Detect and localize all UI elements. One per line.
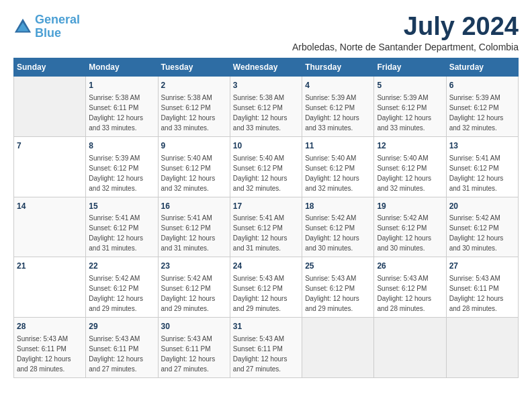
day-number: 14 (17, 201, 83, 212)
table-cell: 20Sunrise: 5:42 AM Sunset: 6:12 PM Dayli… (446, 197, 518, 257)
calendar-week-row: 1Sunrise: 5:38 AM Sunset: 6:11 PM Daylig… (14, 77, 519, 137)
day-info: Sunrise: 5:43 AM Sunset: 6:12 PM Dayligh… (305, 273, 371, 314)
day-info: Sunrise: 5:43 AM Sunset: 6:11 PM Dayligh… (17, 334, 83, 374)
day-number: 26 (377, 261, 443, 272)
logo-icon (13, 17, 32, 36)
day-number: 3 (233, 80, 299, 91)
logo-blue: Blue (35, 26, 61, 40)
table-cell: 3Sunrise: 5:38 AM Sunset: 6:12 PM Daylig… (230, 77, 302, 137)
table-cell: 29Sunrise: 5:43 AM Sunset: 6:11 PM Dayli… (86, 318, 158, 378)
table-cell (14, 77, 86, 137)
table-cell: 10Sunrise: 5:40 AM Sunset: 6:12 PM Dayli… (230, 136, 302, 197)
day-number: 29 (89, 321, 154, 332)
table-cell: 15Sunrise: 5:41 AM Sunset: 6:12 PM Dayli… (86, 197, 158, 257)
day-info: Sunrise: 5:40 AM Sunset: 6:12 PM Dayligh… (305, 153, 371, 193)
col-monday: Monday (86, 58, 158, 77)
day-number: 1 (89, 80, 154, 91)
day-number: 11 (305, 140, 371, 152)
day-info: Sunrise: 5:42 AM Sunset: 6:12 PM Dayligh… (161, 273, 227, 314)
col-saturday: Saturday (446, 58, 518, 77)
day-info: Sunrise: 5:43 AM Sunset: 6:12 PM Dayligh… (377, 273, 443, 314)
calendar-week-row: 78Sunrise: 5:39 AM Sunset: 6:12 PM Dayli… (14, 136, 519, 197)
day-info: Sunrise: 5:41 AM Sunset: 6:12 PM Dayligh… (89, 213, 154, 253)
day-number: 9 (161, 140, 227, 152)
table-cell: 31Sunrise: 5:43 AM Sunset: 6:11 PM Dayli… (230, 318, 302, 378)
table-cell: 13Sunrise: 5:41 AM Sunset: 6:12 PM Dayli… (446, 136, 518, 197)
calendar-week-row: 1415Sunrise: 5:41 AM Sunset: 6:12 PM Day… (14, 197, 519, 257)
day-info: Sunrise: 5:43 AM Sunset: 6:11 PM Dayligh… (233, 334, 299, 374)
day-info: Sunrise: 5:42 AM Sunset: 6:12 PM Dayligh… (89, 273, 154, 314)
day-info: Sunrise: 5:40 AM Sunset: 6:12 PM Dayligh… (161, 153, 227, 193)
calendar-header-row: Sunday Monday Tuesday Wednesday Thursday… (14, 58, 519, 77)
table-cell: 30Sunrise: 5:43 AM Sunset: 6:11 PM Dayli… (158, 318, 230, 378)
day-info: Sunrise: 5:39 AM Sunset: 6:12 PM Dayligh… (89, 153, 154, 193)
table-cell: 5Sunrise: 5:39 AM Sunset: 6:12 PM Daylig… (374, 77, 446, 137)
day-info: Sunrise: 5:43 AM Sunset: 6:12 PM Dayligh… (233, 273, 299, 314)
day-number: 19 (377, 201, 443, 212)
day-number: 20 (449, 201, 515, 212)
title-block: July 2024 Arboledas, Norte de Santander … (292, 13, 519, 52)
day-info: Sunrise: 5:42 AM Sunset: 6:12 PM Dayligh… (377, 213, 443, 253)
table-cell: 28Sunrise: 5:43 AM Sunset: 6:11 PM Dayli… (14, 318, 86, 378)
month-year-title: July 2024 (292, 13, 519, 39)
table-cell: 22Sunrise: 5:42 AM Sunset: 6:12 PM Dayli… (86, 257, 158, 318)
col-wednesday: Wednesday (230, 58, 302, 77)
day-info: Sunrise: 5:43 AM Sunset: 6:11 PM Dayligh… (89, 334, 154, 374)
day-info: Sunrise: 5:41 AM Sunset: 6:12 PM Dayligh… (449, 153, 515, 193)
col-tuesday: Tuesday (158, 58, 230, 77)
day-number: 7 (17, 140, 83, 152)
calendar-week-row: 28Sunrise: 5:43 AM Sunset: 6:11 PM Dayli… (14, 318, 519, 378)
day-number: 30 (161, 321, 227, 332)
day-info: Sunrise: 5:38 AM Sunset: 6:12 PM Dayligh… (161, 93, 227, 133)
day-number: 8 (89, 140, 154, 152)
day-number: 21 (17, 261, 83, 272)
table-cell: 7 (14, 136, 86, 197)
calendar-table: Sunday Monday Tuesday Wednesday Thursday… (13, 58, 519, 378)
day-info: Sunrise: 5:41 AM Sunset: 6:12 PM Dayligh… (233, 213, 299, 253)
logo-text: General Blue (35, 13, 80, 40)
day-number: 23 (161, 261, 227, 272)
day-info: Sunrise: 5:39 AM Sunset: 6:12 PM Dayligh… (305, 93, 371, 133)
day-number: 24 (233, 261, 299, 272)
day-info: Sunrise: 5:40 AM Sunset: 6:12 PM Dayligh… (377, 153, 443, 193)
day-info: Sunrise: 5:39 AM Sunset: 6:12 PM Dayligh… (449, 93, 515, 133)
day-info: Sunrise: 5:43 AM Sunset: 6:11 PM Dayligh… (161, 334, 227, 374)
table-cell: 11Sunrise: 5:40 AM Sunset: 6:12 PM Dayli… (302, 136, 374, 197)
col-friday: Friday (374, 58, 446, 77)
table-cell: 25Sunrise: 5:43 AM Sunset: 6:12 PM Dayli… (302, 257, 374, 318)
table-cell: 2Sunrise: 5:38 AM Sunset: 6:12 PM Daylig… (158, 77, 230, 137)
day-number: 6 (449, 80, 515, 91)
day-number: 2 (161, 80, 227, 91)
day-number: 28 (17, 321, 83, 332)
day-number: 27 (449, 261, 515, 272)
table-cell: 17Sunrise: 5:41 AM Sunset: 6:12 PM Dayli… (230, 197, 302, 257)
col-thursday: Thursday (302, 58, 374, 77)
day-info: Sunrise: 5:41 AM Sunset: 6:12 PM Dayligh… (161, 213, 227, 253)
day-info: Sunrise: 5:38 AM Sunset: 6:12 PM Dayligh… (233, 93, 299, 133)
day-number: 31 (233, 321, 299, 332)
day-info: Sunrise: 5:38 AM Sunset: 6:11 PM Dayligh… (89, 93, 154, 133)
table-cell: 21 (14, 257, 86, 318)
day-number: 13 (449, 140, 515, 152)
day-info: Sunrise: 5:40 AM Sunset: 6:12 PM Dayligh… (233, 153, 299, 193)
table-cell (374, 318, 446, 378)
day-number: 12 (377, 140, 443, 152)
day-number: 17 (233, 201, 299, 212)
logo: General Blue (13, 13, 80, 40)
table-cell: 26Sunrise: 5:43 AM Sunset: 6:12 PM Dayli… (374, 257, 446, 318)
day-number: 18 (305, 201, 371, 212)
table-cell (446, 318, 518, 378)
table-cell: 27Sunrise: 5:43 AM Sunset: 6:11 PM Dayli… (446, 257, 518, 318)
table-cell: 8Sunrise: 5:39 AM Sunset: 6:12 PM Daylig… (86, 136, 158, 197)
day-number: 16 (161, 201, 227, 212)
day-info: Sunrise: 5:42 AM Sunset: 6:12 PM Dayligh… (449, 213, 515, 253)
table-cell: 6Sunrise: 5:39 AM Sunset: 6:12 PM Daylig… (446, 77, 518, 137)
table-cell: 4Sunrise: 5:39 AM Sunset: 6:12 PM Daylig… (302, 77, 374, 137)
day-info: Sunrise: 5:43 AM Sunset: 6:11 PM Dayligh… (449, 273, 515, 314)
table-cell: 24Sunrise: 5:43 AM Sunset: 6:12 PM Dayli… (230, 257, 302, 318)
day-number: 25 (305, 261, 371, 272)
location-subtitle: Arboledas, Norte de Santander Department… (292, 42, 519, 52)
table-cell: 12Sunrise: 5:40 AM Sunset: 6:12 PM Dayli… (374, 136, 446, 197)
logo-general: General (35, 13, 80, 26)
table-cell: 16Sunrise: 5:41 AM Sunset: 6:12 PM Dayli… (158, 197, 230, 257)
